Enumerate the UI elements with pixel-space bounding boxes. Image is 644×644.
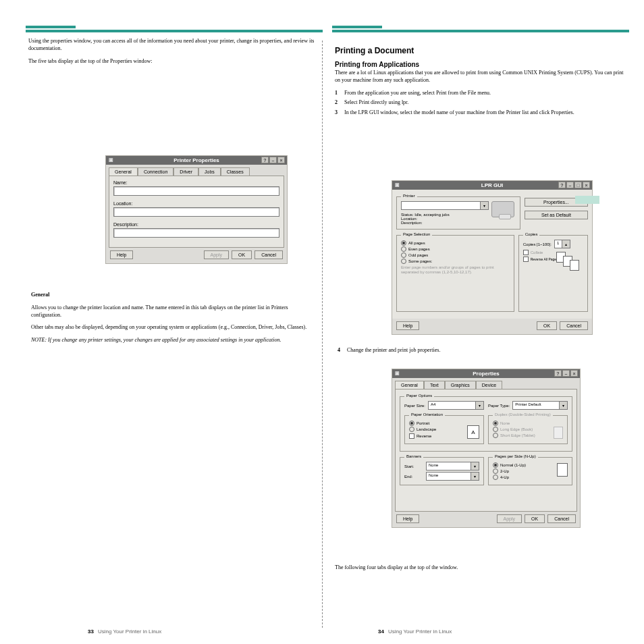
maximize-icon[interactable]: □	[574, 182, 582, 188]
ok-button[interactable]: OK	[232, 250, 252, 259]
tab-general[interactable]: General	[395, 381, 424, 389]
name-input[interactable]	[113, 186, 279, 196]
help-button[interactable]: Help	[110, 250, 133, 259]
after-props-text: The following four tabs display at the t…	[335, 564, 458, 572]
apply-button[interactable]: Apply	[204, 250, 230, 259]
minimize-icon[interactable]: –	[269, 157, 277, 163]
dialog-title: Printer Properties	[173, 157, 219, 163]
tab-general[interactable]: General	[109, 167, 138, 176]
cancel-button[interactable]: Cancel	[560, 321, 588, 330]
properties-dialog: ▣ Properties ? – × General Text Graphics…	[392, 369, 581, 528]
end-banner-select[interactable]: None▾	[426, 472, 479, 481]
paper-size-select[interactable]: A4▾	[428, 401, 484, 410]
dialog-title: LPR GUI	[481, 182, 503, 188]
paper-type-select[interactable]: Printer Default▾	[512, 401, 568, 410]
cancel-button[interactable]: Cancel	[254, 250, 283, 259]
step-3: In the LPR GUI window, select the model …	[344, 109, 574, 117]
copies-num-label: Copies [1~100]:	[523, 242, 552, 246]
left-para-1: Using the properties window, you can acc…	[28, 38, 320, 53]
duplex-long-radio: Long Edge (Book)	[493, 427, 563, 432]
printer-select[interactable]: ▾	[401, 201, 489, 210]
set-default-button[interactable]: Set as Default	[525, 211, 588, 219]
banners-label: Banners	[404, 454, 423, 458]
minimize-icon[interactable]: –	[566, 182, 574, 188]
chevron-down-icon: ▾	[559, 402, 567, 409]
tab-connection[interactable]: Connection	[138, 167, 173, 176]
duplex-label: Duplex (Double-Sided Printing)	[493, 412, 553, 417]
dialog-titlebar: ▣ Properties ? – ×	[392, 369, 580, 378]
help-icon[interactable]: ?	[554, 370, 562, 377]
name-label: Name:	[113, 180, 279, 185]
description-text: Description:	[401, 221, 516, 225]
accent-bar	[332, 26, 629, 32]
ok-button[interactable]: OK	[537, 321, 557, 330]
cancel-button[interactable]: Cancel	[547, 514, 576, 523]
page-selection-label: Page Selection	[401, 232, 432, 236]
close-icon[interactable]: ×	[570, 370, 578, 377]
paper-size-label: Paper Size:	[404, 404, 425, 408]
some-pages-radio[interactable]: Some pages:	[401, 259, 510, 264]
tab-classes[interactable]: Classes	[221, 167, 250, 176]
copies-spinner[interactable]: 1▴	[554, 240, 570, 248]
lpr-gui-dialog: ▣ LPR GUI ? – □ × Printer ▾ Status: Idle…	[392, 180, 593, 335]
note-text: NOTE: If you change any printer settings…	[31, 337, 317, 344]
dialog-titlebar: ▣ Printer Properties ? – ×	[106, 156, 287, 165]
tab-bar: General Connection Driver Jobs Classes	[109, 167, 284, 176]
paper-type-label: Paper Type:	[488, 404, 510, 408]
tab-text[interactable]: Text	[424, 381, 445, 389]
tab-driver[interactable]: Driver	[173, 167, 198, 176]
chevron-down-icon: ▾	[471, 462, 479, 470]
general-heading: General	[31, 292, 50, 298]
callout-highlight	[575, 196, 599, 204]
pages-hint: Enter page numbers and/or groups of page…	[401, 265, 510, 275]
tab-graphics[interactable]: Graphics	[445, 381, 476, 389]
all-pages-radio[interactable]: All pages	[401, 240, 510, 246]
end-label: End:	[404, 475, 423, 479]
left-footer: 33Using Your Printer in Linux	[88, 628, 161, 635]
duplex-preview-icon	[554, 427, 563, 439]
description-label: Description:	[113, 222, 279, 227]
help-button[interactable]: Help	[396, 514, 419, 523]
duplex-none-radio: None	[493, 421, 563, 426]
printer-group-label: Printer	[401, 194, 417, 198]
apply-button[interactable]: Apply	[497, 514, 522, 523]
close-icon[interactable]: ×	[583, 182, 590, 188]
chevron-down-icon: ▾	[471, 473, 479, 480]
app-icon: ▣	[395, 371, 400, 376]
location-input[interactable]	[113, 207, 279, 217]
tab-jobs[interactable]: Jobs	[198, 167, 221, 176]
dialog-titlebar: ▣ LPR GUI ? – □ ×	[392, 181, 592, 190]
orientation-label: Paper Orientation	[409, 412, 445, 417]
nup-preview-icon	[557, 463, 568, 477]
odd-pages-radio[interactable]: Odd pages	[401, 252, 510, 258]
step-1: From the application you are using, sele…	[344, 90, 491, 97]
paper-options-label: Paper Options	[404, 394, 434, 398]
close-icon[interactable]: ×	[277, 157, 285, 163]
steps-list: 1From the application you are using, sel…	[335, 90, 626, 117]
app-icon: ▣	[395, 182, 400, 188]
help-icon[interactable]: ?	[558, 182, 566, 188]
description-input[interactable]	[113, 228, 279, 238]
page-divider	[322, 41, 323, 628]
copies-label: Copies	[523, 232, 540, 236]
step-4: Change the printer and print job propert…	[347, 347, 440, 354]
tab-device[interactable]: Device	[476, 381, 502, 389]
even-pages-radio[interactable]: Even pages	[401, 246, 510, 252]
start-banner-select[interactable]: None▾	[426, 462, 479, 471]
left-para-2: The five tabs display at the top of the …	[28, 58, 320, 65]
help-icon[interactable]: ?	[261, 157, 269, 163]
start-label: Start:	[404, 464, 423, 468]
chevron-down-icon: ▾	[480, 202, 488, 209]
orientation-preview-icon: A	[467, 425, 479, 439]
dialog-title: Properties	[473, 371, 500, 377]
minimize-icon[interactable]: –	[562, 370, 570, 377]
right-footer: 34Using Your Printer in Linux	[378, 628, 452, 635]
accent-bar	[26, 26, 323, 32]
chevron-down-icon: ▾	[475, 402, 483, 409]
ok-button[interactable]: OK	[525, 514, 545, 523]
location-label: Location:	[113, 201, 279, 206]
other-tabs-desc: Other tabs may also be displayed, depend…	[31, 324, 317, 331]
section-heading: Printing a Document	[335, 46, 626, 55]
intro-text: There are a lot of Linux applications th…	[335, 70, 626, 84]
help-button[interactable]: Help	[396, 321, 419, 330]
